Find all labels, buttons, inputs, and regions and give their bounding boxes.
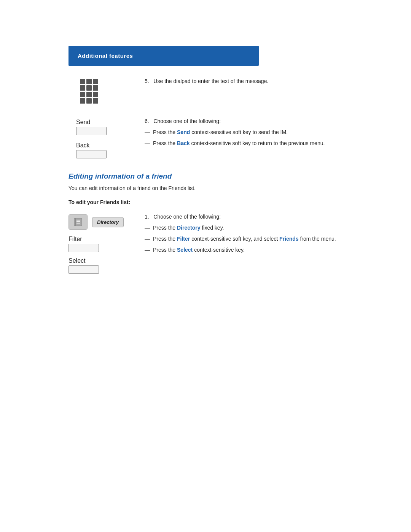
- select-link: Select: [177, 247, 193, 253]
- dialpad-icon: [80, 79, 98, 104]
- main-content: 5. Use the dialpad to enter the text of …: [68, 66, 342, 274]
- back-key-label: Back: [76, 142, 107, 149]
- send-back-keys: Send Back: [68, 117, 129, 158]
- bullet-send: — Press the Send context-sensitive soft …: [145, 128, 342, 136]
- dialpad-image: [68, 77, 129, 107]
- dash-1: —: [145, 128, 150, 136]
- bullet-directory: — Press the Directory fixed key.: [145, 224, 342, 232]
- filter-key-label: Filter: [68, 236, 99, 243]
- edit-step-1-bullets: — Press the Directory fixed key. — Press…: [145, 224, 342, 254]
- section-title: Editing information of a friend: [68, 172, 342, 181]
- back-link: Back: [177, 140, 190, 146]
- filter-link: Filter: [177, 236, 190, 242]
- step-6-number: 6.: [145, 118, 149, 124]
- step-5-content: Use the dialpad to enter the text of the…: [153, 78, 268, 84]
- step-6-text: 6. Choose one of the following: — Press …: [129, 117, 342, 150]
- sub-heading: To edit your Friends list:: [68, 199, 342, 205]
- page-container: Additional features 5. Use: [0, 46, 411, 532]
- send-soft-key: [76, 127, 107, 135]
- edit-step-1-text: 1. Choose one of the following: — Press …: [129, 213, 342, 257]
- dash-d1: —: [145, 224, 150, 232]
- header-banner-text: Additional features: [78, 53, 133, 59]
- back-soft-key: [76, 150, 107, 158]
- select-key-label: Select: [68, 257, 99, 264]
- edit-step-1-number: 1.: [145, 214, 149, 220]
- step-6-bullets: — Press the Send context-sensitive soft …: [145, 128, 342, 147]
- step-5-number: 5.: [145, 78, 149, 84]
- dash-2: —: [145, 139, 150, 147]
- edit-step-1-choose: Choose one of the following:: [153, 214, 221, 220]
- bullet-select: — Press the Select context-sensitive key…: [145, 246, 342, 254]
- book-icon: [68, 214, 88, 230]
- book-svg: [73, 217, 83, 227]
- directory-button-label: Directory: [97, 219, 119, 225]
- dash-d2: —: [145, 235, 150, 243]
- step-5-text: 5. Use the dialpad to enter the text of …: [129, 77, 342, 85]
- send-key-label: Send: [76, 119, 107, 126]
- section-intro: You can edit information of a friend on …: [68, 184, 342, 192]
- step-6-row: Send Back 6. Choose one of the following…: [68, 117, 342, 158]
- filter-soft-key: [68, 244, 99, 252]
- friends-link: Friends: [279, 236, 299, 242]
- step-6-choose: Choose one of the following:: [153, 118, 221, 124]
- header-banner: Additional features: [68, 46, 259, 66]
- bullet-back: — Press the Back context-sensitive soft …: [145, 139, 342, 147]
- directory-filter-select-keys: Directory Filter Select: [68, 213, 129, 274]
- select-soft-key: [68, 265, 99, 274]
- edit-step-1-row: Directory Filter Select 1. Ch: [68, 213, 342, 274]
- dash-d3: —: [145, 246, 150, 254]
- directory-keys: Directory: [68, 214, 124, 230]
- step-5-row: 5. Use the dialpad to enter the text of …: [68, 77, 342, 107]
- svg-rect-1: [75, 218, 76, 226]
- directory-button: Directory: [92, 217, 124, 227]
- directory-link: Directory: [177, 225, 200, 231]
- bullet-filter: — Press the Filter context-sensitive sof…: [145, 235, 342, 243]
- send-link: Send: [177, 129, 190, 135]
